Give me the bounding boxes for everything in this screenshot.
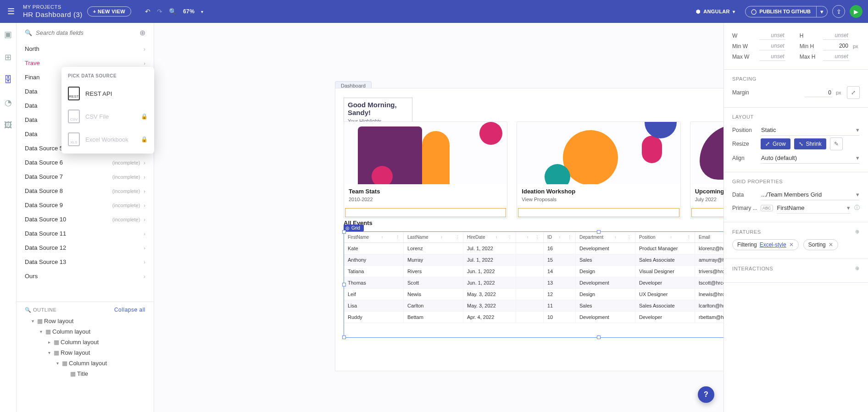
margin-input[interactable]: 0	[805, 88, 832, 97]
grid-column-header[interactable]: Department↑⋮	[576, 232, 635, 242]
grow-button[interactable]: ⤢ Grow	[761, 138, 790, 149]
project-title[interactable]: HR Dashboard (3)	[23, 11, 83, 19]
grid-column-header[interactable]: ID↑⋮	[544, 232, 576, 242]
table-row[interactable]: ThomasScottJun. 1, 202213DevelopmentDeve…	[344, 277, 723, 289]
grid-column-header[interactable]: ↑⋮	[516, 232, 544, 242]
rail-components-icon[interactable]: ⊞	[5, 52, 11, 62]
sort-icon[interactable]: ↑	[527, 235, 529, 240]
design-canvas[interactable]: Dashboard Good Morning, Sandy! Your High…	[154, 23, 723, 412]
datasource-item[interactable]: Data Source 13›	[17, 255, 154, 269]
outline-node[interactable]: ▾▦Row layout	[19, 316, 151, 326]
sort-icon[interactable]: ↑	[614, 235, 617, 240]
column-menu-icon[interactable]: ⋮	[535, 235, 540, 240]
w-input[interactable]: unset	[759, 31, 785, 40]
filtering-chip[interactable]: Filtering Excel-style ✕	[732, 239, 799, 250]
outline-node[interactable]: ▸▦Column layout	[19, 337, 151, 347]
grid-column-header[interactable]: Position↑⋮	[635, 232, 695, 242]
outline-search-icon[interactable]: 🔍	[25, 307, 32, 313]
dashboard-frame[interactable]: Good Morning, Sandy! Your Highlights Tea…	[335, 88, 723, 371]
outline-caret-icon[interactable]: ▾	[46, 350, 52, 355]
resize-settings-button[interactable]: ✎	[830, 137, 843, 150]
team-members-grid[interactable]: FirstName↑⋮LastName↑⋮HireDate↑⋮↑⋮ID↑⋮Dep…	[344, 231, 723, 338]
data-select[interactable]: .../Team Members Grid ▾	[761, 189, 860, 200]
column-menu-icon[interactable]: ⋮	[455, 235, 459, 240]
zoom-value[interactable]: 67%	[183, 8, 195, 15]
datasource-item[interactable]: Data Source 9(incomplete)›	[17, 198, 154, 212]
redo-icon[interactable]: ↷	[157, 8, 162, 15]
minh-input[interactable]: 200	[823, 42, 849, 50]
datasource-item[interactable]: Data Source 6(incomplete)›	[17, 155, 154, 170]
sort-icon[interactable]: ↑	[670, 235, 673, 240]
column-menu-icon[interactable]: ⋮	[395, 235, 400, 240]
share-button[interactable]: ⇪	[832, 5, 845, 18]
sort-icon[interactable]: ↑	[381, 235, 384, 240]
picker-option[interactable]: RESTREST API	[61, 82, 154, 105]
rail-theme-icon[interactable]: ◔	[5, 98, 12, 108]
margin-expand-button[interactable]: ⤢	[847, 86, 860, 99]
highlight-card[interactable]: Ideation WorkshopView Proposals	[517, 121, 680, 219]
table-row[interactable]: AnthonyMurrayJul. 1, 202215SalesSales As…	[344, 254, 723, 266]
datasource-item[interactable]: Data Source 8(incomplete)›	[17, 184, 154, 198]
outline-node[interactable]: ▾▦Column layout	[19, 326, 151, 337]
outline-node[interactable]: ▾▦Row layout	[19, 347, 151, 358]
align-select[interactable]: Auto (default) ▾	[761, 152, 860, 164]
h-input[interactable]: unset	[823, 31, 849, 40]
outline-caret-icon[interactable]: ▾	[29, 319, 36, 324]
zoom-icon[interactable]: 🔍	[169, 8, 177, 15]
info-icon[interactable]: ⓘ	[854, 204, 860, 212]
publish-dropdown[interactable]: ▾	[816, 6, 827, 17]
add-interaction-button[interactable]: ⊕	[855, 265, 860, 271]
datasource-item[interactable]: Data Source 7(incomplete)›	[17, 170, 154, 184]
run-preview-button[interactable]: ▶	[850, 5, 862, 18]
grid-column-header[interactable]: HireDate↑⋮	[463, 232, 516, 242]
grid-column-header[interactable]: LastName↑⋮	[404, 232, 463, 242]
maxh-input[interactable]: unset	[823, 52, 849, 61]
card-action-slot[interactable]	[345, 208, 506, 217]
outline-caret-icon[interactable]: ▾	[38, 329, 44, 334]
primary-key-select[interactable]: FirstName ▾	[777, 202, 851, 214]
search-input[interactable]	[35, 29, 139, 37]
collapse-all-link[interactable]: Collapse all	[114, 307, 145, 313]
table-row[interactable]: LisaCarltonMay. 3, 202211SalesSales Asso…	[344, 300, 723, 312]
highlight-card[interactable]: Team Stats2010-2022	[344, 121, 507, 219]
outline-caret-icon[interactable]: ▾	[54, 361, 61, 366]
minw-input[interactable]: unset	[759, 42, 785, 50]
column-menu-icon[interactable]: ⋮	[568, 235, 572, 240]
filtering-remove-icon[interactable]: ✕	[789, 242, 794, 248]
datasource-item[interactable]: Data Source 10(incomplete)›	[17, 212, 154, 226]
rail-assets-icon[interactable]: 🖼	[4, 121, 12, 130]
sort-icon[interactable]: ↑	[559, 235, 561, 240]
table-row[interactable]: TatianaRiversJun. 1, 202214DesignVisual …	[344, 266, 723, 277]
framework-dropdown[interactable]: ⬢ ANGULAR ▾	[690, 7, 741, 16]
new-view-button[interactable]: + NEW VIEW	[87, 6, 131, 16]
grid-column-header[interactable]: FirstName↑⋮	[344, 232, 404, 242]
sorting-chip[interactable]: Sorting ✕	[803, 239, 838, 250]
grid-selection-chip[interactable]: ◎ Grid	[344, 225, 364, 231]
card-action-slot[interactable]	[518, 208, 679, 217]
datasource-item[interactable]: Data Source 11›	[17, 226, 154, 241]
datasource-item[interactable]: Data Source 12›	[17, 241, 154, 255]
table-row[interactable]: KateLorenzJul. 1, 202216DevelopmentProdu…	[344, 243, 723, 254]
add-datasource-button[interactable]: ⊕	[139, 28, 145, 37]
help-fab[interactable]: ?	[698, 386, 714, 403]
column-menu-icon[interactable]: ⋮	[508, 235, 512, 240]
undo-icon[interactable]: ↶	[145, 8, 150, 15]
hamburger-menu-icon[interactable]: ☰	[6, 6, 17, 16]
shrink-button[interactable]: ⤡ Shrink	[794, 138, 826, 149]
outline-node[interactable]: ▾▦Column layout	[19, 358, 151, 368]
table-row[interactable]: RuddyBettamApr. 4, 202210DevelopmentDeve…	[344, 312, 723, 323]
position-select[interactable]: Static ▾	[761, 124, 860, 136]
outline-node[interactable]: ▦Title	[19, 368, 151, 379]
zoom-dropdown-icon[interactable]: ▾	[201, 9, 203, 14]
sort-icon[interactable]: ↑	[495, 235, 498, 240]
datasource-item[interactable]: Ours›	[17, 269, 154, 283]
table-row[interactable]: LeifNewisMay. 3, 202212DesignUX Designer…	[344, 289, 723, 300]
datasource-item[interactable]: North›	[17, 42, 154, 56]
grid-column-header[interactable]: Email↑⋮	[695, 232, 723, 242]
rail-views-icon[interactable]: ▣	[4, 29, 12, 39]
add-feature-button[interactable]: ⊕	[855, 229, 860, 235]
card-action-slot[interactable]	[691, 208, 723, 217]
breadcrumb-label[interactable]: MY PROJECTS	[23, 4, 83, 10]
sort-icon[interactable]: ↑	[441, 235, 443, 240]
sorting-remove-icon[interactable]: ✕	[829, 242, 833, 248]
